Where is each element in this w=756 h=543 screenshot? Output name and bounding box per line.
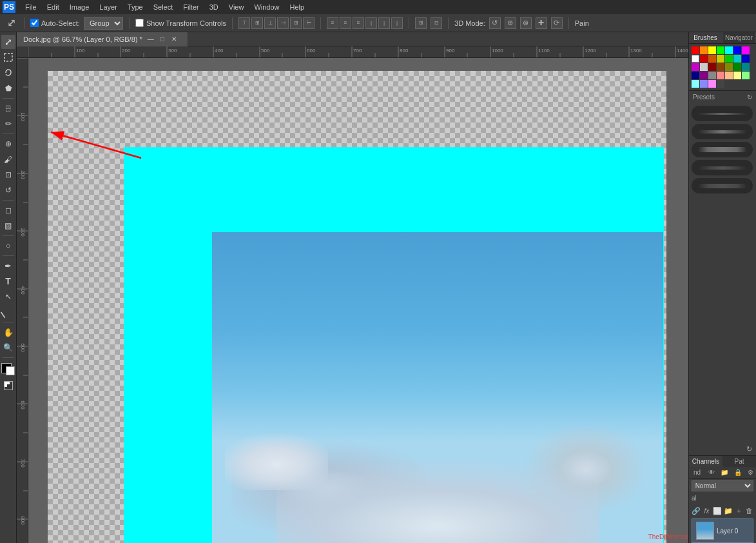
auto-select-dropdown[interactable]: Group Layer — [84, 17, 123, 30]
brush-preset-2[interactable] — [692, 124, 753, 139]
minimize-btn[interactable]: — — [146, 35, 155, 44]
selection-tool-btn[interactable] — [1, 50, 15, 64]
dist-right-icon[interactable]: | — [391, 17, 403, 29]
panel-options-icon[interactable]: ↻ — [745, 444, 753, 454]
delete-layer-btn[interactable]: 🗑 — [745, 505, 753, 517]
brush-preset-5[interactable] — [692, 178, 753, 193]
pen-btn[interactable]: ✒ — [1, 259, 15, 273]
swatch-lightblue[interactable] — [700, 80, 708, 88]
move-tool-icon[interactable]: ⤢ — [4, 16, 18, 30]
swatch-darkgreen2[interactable] — [733, 63, 741, 71]
new-group-btn[interactable]: 📁 — [724, 505, 733, 517]
quick-select-btn[interactable]: ⬟ — [1, 81, 15, 95]
menu-view[interactable]: View — [224, 2, 249, 12]
menu-3d[interactable]: 3D — [205, 2, 223, 12]
3d-icon1[interactable]: ↺ — [489, 17, 501, 29]
eyedropper-btn[interactable]: ✏ — [1, 117, 15, 131]
swatch-magenta[interactable] — [742, 46, 750, 54]
swatch-darkgreen[interactable] — [725, 55, 733, 63]
menu-type[interactable]: Type — [123, 2, 148, 12]
swatch-yellow[interactable] — [708, 46, 716, 54]
ch-eye[interactable]: 👁 — [706, 468, 717, 477]
3d-icon5[interactable]: ⟳ — [551, 17, 563, 29]
swatch-orange[interactable] — [700, 46, 708, 54]
path-selection-btn[interactable]: ↖ — [1, 290, 15, 304]
ch-folder[interactable]: 📁 — [719, 468, 730, 477]
swatch-white[interactable] — [692, 55, 699, 63]
ch-lock[interactable]: 🔒 — [732, 468, 744, 477]
brush-preset-3[interactable] — [692, 142, 753, 157]
brush-btn[interactable]: 🖌 — [1, 152, 15, 166]
3d-icon4[interactable]: ✚ — [536, 17, 547, 29]
dist-top-icon[interactable]: ≡ — [327, 17, 338, 29]
menu-filter[interactable]: Filter — [179, 2, 203, 12]
swatch-maroon[interactable] — [708, 63, 716, 71]
menu-image[interactable]: Image — [65, 2, 94, 12]
zoom-btn[interactable]: 🔍 — [1, 341, 15, 355]
type-btn[interactable]: T — [1, 274, 15, 288]
swatch-lightyellow[interactable] — [733, 72, 741, 79]
blending-mode-dropdown[interactable]: Normal Multiply Screen — [692, 480, 754, 491]
layer-item[interactable]: Layer 0 — [692, 518, 753, 543]
swatch-red[interactable] — [692, 46, 699, 54]
background-color[interactable] — [6, 366, 15, 375]
hand-btn[interactable]: ✋ — [1, 325, 15, 339]
tab-brushes[interactable]: Brushes — [689, 32, 722, 43]
arrange-icon1[interactable]: ⊞ — [415, 17, 427, 29]
3d-icon3[interactable]: ⊗ — [520, 17, 532, 29]
align-bottom-icon[interactable]: ⊥ — [264, 17, 276, 29]
dist-left-icon[interactable]: | — [365, 17, 377, 29]
gradient-btn[interactable]: ▨ — [1, 219, 15, 233]
3d-icon2[interactable]: ⊕ — [505, 17, 516, 29]
arrange-icon2[interactable]: ⊟ — [431, 17, 442, 29]
align-vcenter-icon[interactable]: ⊞ — [251, 17, 263, 29]
swatch-peach[interactable] — [725, 72, 733, 79]
brush-preset-4[interactable] — [692, 160, 753, 175]
align-hcenter-icon[interactable]: ⊞ — [290, 17, 302, 29]
presets-refresh-icon[interactable]: ↻ — [747, 94, 752, 101]
swatch-cyan[interactable] — [725, 46, 733, 54]
swatch-darkred[interactable] — [700, 55, 708, 63]
dodge-btn[interactable]: ○ — [1, 239, 15, 253]
swatch-darkgray[interactable] — [708, 72, 716, 79]
swatch-olive[interactable] — [725, 63, 733, 71]
swatch-gray[interactable] — [700, 63, 708, 71]
swatch-navy[interactable] — [692, 72, 699, 79]
align-right-icon[interactable]: ⊢ — [303, 17, 315, 29]
swatch-darkmagenta[interactable] — [692, 63, 699, 71]
dist-bottom-icon[interactable]: ≡ — [353, 17, 364, 29]
swatch-charcoal[interactable] — [717, 80, 724, 88]
ch-more[interactable]: ⚙ — [746, 468, 755, 477]
menu-layer[interactable]: Layer — [95, 2, 122, 12]
align-top-icon[interactable]: ⊤ — [238, 17, 250, 29]
swatch-pink[interactable] — [717, 72, 724, 79]
new-layer-btn[interactable]: + — [735, 505, 743, 517]
brush-preset-1[interactable] — [692, 106, 753, 121]
swatch-green[interactable] — [717, 46, 724, 54]
tab-channels[interactable]: Channels — [689, 456, 722, 467]
fx-btn[interactable]: fx — [703, 505, 711, 517]
history-brush-btn[interactable]: ↺ — [1, 183, 15, 197]
menu-select[interactable]: Select — [149, 2, 178, 12]
swatch-blue[interactable] — [733, 46, 741, 54]
menu-file[interactable]: File — [21, 2, 41, 12]
tab-paths[interactable]: Pat — [722, 456, 756, 467]
swatch-purple[interactable] — [700, 72, 708, 79]
close-btn[interactable]: ✕ — [170, 35, 179, 44]
swatch-lightmagenta[interactable] — [708, 80, 716, 88]
healing-btn[interactable]: ⊕ — [1, 137, 15, 151]
swatch-darkblue[interactable] — [742, 55, 750, 63]
eraser-btn[interactable]: ◻ — [1, 203, 15, 217]
move-tool-btn[interactable]: ⤢ — [1, 35, 15, 49]
foreground-background-colors[interactable] — [1, 362, 15, 376]
menu-window[interactable]: Window — [249, 2, 284, 12]
auto-select-checkbox[interactable] — [30, 19, 39, 27]
dist-hcenter-icon[interactable]: | — [378, 17, 390, 29]
swatch-lightcyan[interactable] — [692, 80, 699, 88]
swatch-lightgreen[interactable] — [742, 72, 750, 79]
menu-edit[interactable]: Edit — [43, 2, 64, 12]
clone-btn[interactable]: ⊡ — [1, 168, 15, 182]
swatch-brown[interactable] — [717, 63, 724, 71]
document-tab[interactable]: Dock.jpg @ 66.7% (Layer 0, RGB/8) * — □ … — [17, 32, 188, 46]
link-layers-btn[interactable]: 🔗 — [692, 505, 701, 517]
